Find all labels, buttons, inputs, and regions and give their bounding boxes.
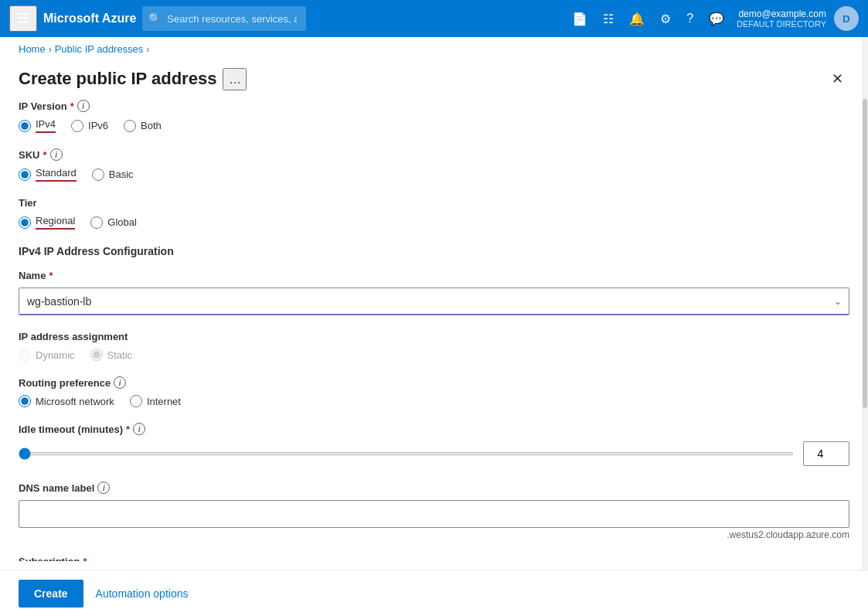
- search-input[interactable]: [142, 6, 306, 31]
- subscription-required: *: [83, 556, 87, 561]
- name-input-wrap: ⌄: [19, 288, 849, 315]
- ip-version-info-icon[interactable]: i: [77, 100, 90, 112]
- idle-timeout-info-icon[interactable]: i: [133, 423, 145, 435]
- name-label: Name *: [19, 270, 849, 281]
- sku-standard-label: Standard: [36, 167, 77, 182]
- tier-group: Tier Regional Global: [19, 197, 849, 230]
- ip-version-ipv6-option[interactable]: IPv6: [71, 120, 108, 132]
- user-info: demo@example.com DEFAULT DIRECTORY: [737, 9, 826, 29]
- breadcrumb-home[interactable]: Home: [19, 43, 46, 55]
- routing-internet-radio[interactable]: [130, 395, 142, 407]
- ip-assignment-static-label: Static: [107, 349, 133, 361]
- search-wrap: 🔍: [142, 6, 529, 31]
- routing-microsoft-label: Microsoft network: [36, 396, 114, 407]
- subscription-group: Subscription *: [19, 556, 849, 561]
- sku-required: *: [43, 149, 46, 161]
- dns-label-group: DNS name label i .westus2.cloudapp.azure…: [19, 482, 849, 540]
- dns-input-wrap: [19, 500, 849, 528]
- ip-version-both-label: Both: [141, 120, 162, 131]
- ip-version-ipv4-option[interactable]: IPv4: [19, 118, 56, 133]
- cloud-shell-button[interactable]: 📄: [566, 7, 594, 31]
- routing-preference-info-icon[interactable]: i: [114, 376, 126, 389]
- breadcrumb-section[interactable]: Public IP addresses: [55, 43, 144, 55]
- sku-standard-radio[interactable]: [19, 168, 31, 181]
- page-title: Create public IP address: [19, 69, 216, 89]
- notifications-button[interactable]: 🔔: [623, 7, 651, 31]
- scroll-track: [862, 37, 868, 561]
- routing-preference-group: Routing preference i Microsoft network I…: [19, 376, 849, 407]
- routing-microsoft-radio[interactable]: [19, 395, 31, 407]
- avatar[interactable]: D: [834, 6, 859, 31]
- ip-assignment-options: Dynamic Static: [19, 349, 849, 361]
- ip-assignment-label: IP address assignment: [19, 331, 849, 342]
- tier-global-label: Global: [107, 216, 137, 228]
- close-button[interactable]: ✕: [825, 67, 849, 90]
- help-button[interactable]: ?: [680, 7, 700, 30]
- subscription-label: Subscription *: [19, 556, 849, 561]
- hamburger-menu-button[interactable]: ☰: [9, 5, 37, 32]
- breadcrumb: Home › Public IP addresses ›: [0, 37, 868, 61]
- dns-label-info-icon[interactable]: i: [97, 482, 110, 494]
- form-content: IP Version * i IPv4 IPv6 Both SKU * i: [0, 100, 868, 561]
- ip-version-both-option[interactable]: Both: [124, 120, 162, 132]
- routing-microsoft-option[interactable]: Microsoft network: [19, 395, 114, 407]
- sku-options: Standard Basic: [19, 167, 849, 182]
- idle-timeout-slider[interactable]: [19, 452, 794, 455]
- ip-assignment-group: IP address assignment Dynamic Static: [19, 331, 849, 361]
- user-directory: DEFAULT DIRECTORY: [737, 19, 826, 29]
- ip-version-ipv6-radio[interactable]: [71, 120, 83, 132]
- tier-global-radio[interactable]: [90, 216, 103, 229]
- name-group: Name * ⌄: [19, 270, 849, 315]
- portal-menu-button[interactable]: ☷: [597, 7, 620, 31]
- idle-timeout-label: Idle timeout (minutes) * i: [19, 423, 849, 435]
- sku-label: SKU * i: [19, 148, 849, 161]
- ip-assignment-static-radio: [90, 349, 103, 361]
- routing-preference-options: Microsoft network Internet: [19, 395, 849, 407]
- feedback-button[interactable]: 💬: [703, 7, 730, 31]
- idle-timeout-required: *: [126, 424, 130, 435]
- sku-info-icon[interactable]: i: [50, 148, 63, 161]
- sku-basic-option[interactable]: Basic: [92, 168, 134, 181]
- azure-logo: Microsoft Azure: [43, 12, 136, 26]
- routing-preference-label: Routing preference i: [19, 376, 849, 389]
- ip-version-ipv6-label: IPv6: [88, 120, 108, 131]
- page-header: Create public IP address ... ✕: [0, 61, 868, 100]
- navbar: ☰ Microsoft Azure 🔍 📄 ☷ 🔔 ⚙ ? 💬 demo@exa…: [0, 0, 868, 37]
- dns-suffix: .westus2.cloudapp.azure.com: [19, 529, 849, 540]
- tier-regional-label: Regional: [36, 215, 75, 230]
- navbar-right: 📄 ☷ 🔔 ⚙ ? 💬 demo@example.com DEFAULT DIR…: [566, 6, 859, 31]
- more-options-button[interactable]: ...: [223, 68, 247, 90]
- ip-version-ipv4-label: IPv4: [36, 118, 56, 133]
- ip-version-options: IPv4 IPv6 Both: [19, 118, 849, 133]
- ip-version-ipv4-radio[interactable]: [19, 120, 31, 132]
- ip-version-label: IP Version * i: [19, 100, 849, 112]
- name-required: *: [49, 270, 53, 281]
- sku-basic-radio[interactable]: [92, 168, 104, 181]
- breadcrumb-sep-2: ›: [146, 44, 149, 55]
- idle-timeout-slider-wrap: [19, 441, 849, 466]
- sku-basic-label: Basic: [109, 168, 134, 180]
- ip-assignment-dynamic-label: Dynamic: [36, 349, 75, 361]
- ipv4-config-heading: IPv4 IP Address Configuration: [19, 245, 849, 257]
- ip-version-both-radio[interactable]: [124, 120, 136, 132]
- tier-options: Regional Global: [19, 215, 849, 230]
- sku-standard-option[interactable]: Standard: [19, 167, 77, 182]
- tier-global-option[interactable]: Global: [90, 216, 137, 229]
- dns-name-input[interactable]: [19, 500, 849, 528]
- ip-assignment-dynamic-option: Dynamic: [19, 349, 75, 361]
- name-input[interactable]: [19, 288, 849, 315]
- ip-version-group: IP Version * i IPv4 IPv6 Both: [19, 100, 849, 133]
- ip-assignment-dynamic-radio: [19, 349, 31, 361]
- ip-assignment-static-option: Static: [90, 349, 133, 361]
- scroll-thumb[interactable]: [863, 99, 867, 408]
- user-email: demo@example.com: [738, 9, 826, 19]
- tier-regional-radio[interactable]: [19, 216, 31, 229]
- routing-internet-option[interactable]: Internet: [130, 395, 181, 407]
- sku-group: SKU * i Standard Basic: [19, 148, 849, 182]
- settings-button[interactable]: ⚙: [654, 7, 677, 31]
- ip-version-required: *: [70, 100, 74, 112]
- breadcrumb-sep-1: ›: [49, 44, 52, 55]
- routing-internet-label: Internet: [147, 396, 181, 407]
- idle-timeout-value[interactable]: [803, 441, 849, 466]
- tier-regional-option[interactable]: Regional: [19, 215, 75, 230]
